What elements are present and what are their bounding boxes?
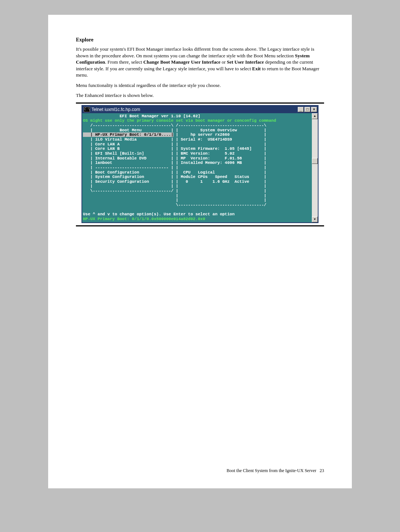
bold-text: Change Boot Manager User Interface	[143, 59, 220, 65]
console-content[interactable]: EFI Boot Manager ver 1.10 [14.62] OS mig…	[82, 113, 312, 222]
bold-text: Set User Interface	[227, 59, 264, 65]
overview-line: | MP Version: F.01.58 |	[173, 156, 266, 161]
boot-menu-border-bottom: \--------------------------------/	[83, 189, 173, 193]
boot-menu-item-selected[interactable]: | HP-UX Primary Boot: 0/1/1/0....|	[83, 132, 173, 137]
overview-line: | |	[173, 198, 266, 202]
console-area: EFI Boot Manager ver 1.10 [14.62] OS mig…	[82, 113, 318, 222]
boot-menu-border-top: /--------------------------------\	[83, 123, 173, 128]
overview-line: | Module CPUs Speed Status |	[173, 175, 266, 179]
console-hint: Use ^ and v to change option(s). Use Ent…	[83, 212, 234, 216]
scroll-down-button[interactable]: ▼	[312, 216, 318, 222]
scroll-up-button[interactable]: ▲	[312, 113, 318, 119]
boot-menu-item[interactable]: | System Configuration |	[83, 175, 173, 179]
overview-line: | hp server rx2660 |	[173, 132, 266, 137]
paragraph-3: The Enhanced interface is shown below.	[76, 92, 324, 99]
paragraph-2: Menu functionality is identical regardle…	[76, 82, 324, 89]
console-status: HP-UX Primary Boot: 0/1/1/0.0x500000e014…	[83, 217, 205, 221]
document-page: Explore It's possible your system's EFI …	[48, 15, 352, 488]
window-titlebar: C:\ Telnet iuxml1c.fc.hp.com _ □ ×	[82, 106, 318, 113]
boot-menu-title: | Boot Menu |	[83, 128, 173, 132]
bold-text: Exit	[252, 66, 261, 71]
terminal-wrapper: C:\ Telnet iuxml1c.fc.hp.com _ □ × EFI B…	[76, 102, 324, 226]
overview-line: | 0 1 1.6 GHz Active |	[173, 179, 266, 184]
boot-menu-item[interactable]: | EFI Shell [Built-in] |	[83, 151, 173, 156]
page-footer: Boot the Client System from the Ignite-U…	[227, 468, 324, 474]
section-heading: Explore	[76, 37, 324, 43]
maximize-button[interactable]: □	[304, 107, 310, 112]
close-button[interactable]: ×	[311, 107, 317, 112]
text-segment: or	[220, 59, 227, 65]
overview-line: | Installed Memory: 4096 MB |	[173, 161, 266, 165]
telnet-window: C:\ Telnet iuxml1c.fc.hp.com _ □ × EFI B…	[81, 105, 319, 223]
boot-menu-item[interactable]: | Internal Bootable DVD |	[83, 156, 173, 161]
boot-menu-item[interactable]: | iLO Virtual Media |	[83, 137, 173, 142]
overview-line: | System Firmware: 1.05 [4645] |	[173, 147, 266, 151]
cmd-icon: C:\	[84, 107, 90, 112]
boot-menu-separator: | ------------------------------ |	[83, 165, 173, 170]
boot-menu-item[interactable]: | lanboot |	[83, 161, 173, 165]
overview-line: | |	[173, 142, 266, 147]
overview-line: | BMC Version: 5.02 |	[173, 151, 266, 156]
overview-line: | CPU Logical |	[173, 170, 266, 175]
text-segment: . From there, select	[105, 59, 143, 65]
overview-line: | |	[173, 184, 266, 188]
overview-line: | |	[173, 193, 266, 198]
overview-border-bottom: \-----------------------------------/	[173, 203, 266, 207]
text-segment: It's possible your system's EFI Boot Man…	[76, 46, 314, 58]
boot-menu-item[interactable]: | Security Configuration |	[83, 179, 173, 184]
overview-border-top: /-----------------------------------\	[173, 123, 266, 128]
boot-menu-item[interactable]: | Core LAN A |	[83, 142, 173, 147]
overview-line: | Serial #: USE4714DS9 |	[173, 137, 266, 142]
overview-line: | |	[173, 165, 266, 170]
console-header-2: OS might use only the primary console se…	[83, 118, 276, 123]
footer-text: Boot the Client System from the Ignite-U…	[227, 468, 316, 473]
overview-line: | |	[173, 189, 266, 193]
scrollbar-track[interactable]	[312, 119, 318, 216]
scrollbar-thumb[interactable]	[312, 158, 318, 164]
boot-menu-item[interactable]: | Core LAN B |	[83, 147, 173, 151]
window-title: Telnet iuxml1c.fc.hp.com	[91, 107, 140, 112]
page-number: 23	[320, 468, 324, 473]
boot-menu-item[interactable]: | Boot Configuration |	[83, 170, 173, 175]
console-header-1: EFI Boot Manager ver 1.10 [14.62]	[83, 114, 200, 118]
minimize-button[interactable]: _	[298, 107, 304, 112]
paragraph-1: It's possible your system's EFI Boot Man…	[76, 46, 324, 78]
vertical-scrollbar[interactable]: ▲ ▼	[312, 113, 318, 222]
overview-line: | System Overview |	[173, 128, 266, 132]
boot-menu-blank: | |	[83, 184, 173, 188]
